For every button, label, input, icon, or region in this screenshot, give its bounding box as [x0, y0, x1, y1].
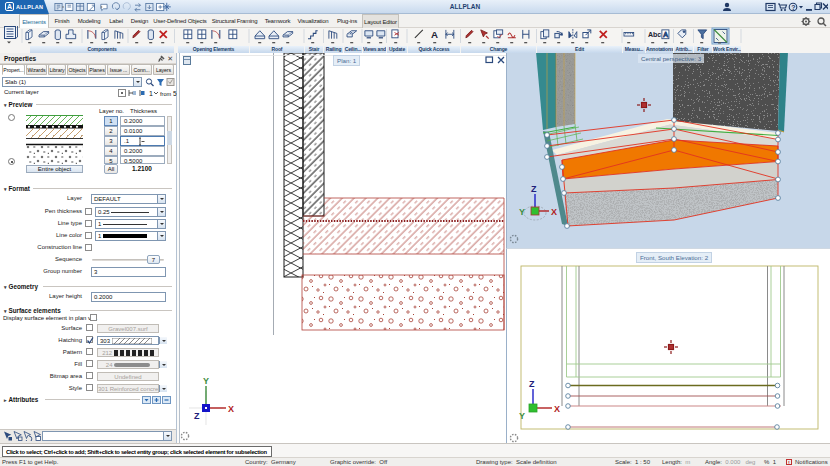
svg-text:Y: Y — [203, 376, 209, 386]
svg-text:Z: Z — [529, 379, 535, 389]
svg-text:X: X — [228, 404, 234, 414]
svg-text:Z: Z — [531, 184, 537, 194]
svg-text:X: X — [554, 404, 560, 414]
svg-text:Y: Y — [519, 207, 525, 217]
svg-text:from: from — [160, 91, 172, 97]
svg-text:Z: Z — [194, 411, 200, 421]
svg-text:Y: Y — [519, 411, 525, 421]
svg-text:?: ? — [791, 4, 795, 11]
svg-text:X: X — [551, 207, 557, 217]
svg-text:1: 1 — [149, 90, 153, 97]
